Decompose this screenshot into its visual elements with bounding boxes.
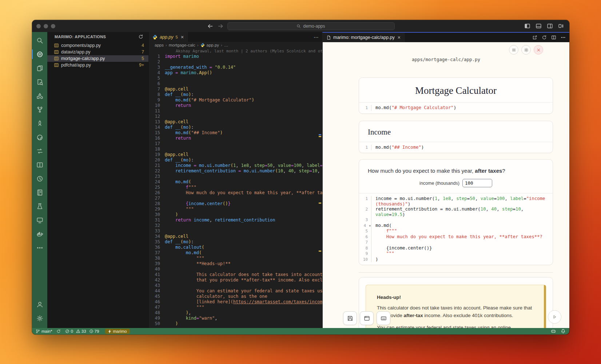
activity-item-doc-search[interactable] xyxy=(32,75,47,89)
code-line[interactable]: 33 xyxy=(149,228,322,234)
activity-item-account[interactable] xyxy=(32,297,47,311)
marimo-extension-status[interactable]: marimo xyxy=(105,329,130,334)
code-line[interactable]: 41 This calculator does not take taxes i… xyxy=(149,272,322,277)
activity-item-settings-gear[interactable] xyxy=(32,311,47,325)
bell-icon[interactable] xyxy=(561,329,566,334)
code-line[interactable]: 7@app.cell xyxy=(149,87,322,92)
code-line[interactable]: 49 kind="warn", xyxy=(149,316,322,321)
zoom-window-button[interactable] xyxy=(51,24,55,28)
code-line[interactable]: 22 retirement_contribution = mo.ui.numbe… xyxy=(149,168,322,174)
tab-app-py[interactable]: app.py 5 × xyxy=(149,32,188,42)
breadcrumb-item[interactable]: apps xyxy=(155,43,164,47)
activity-item-beaker[interactable] xyxy=(32,199,47,213)
activity-item-github[interactable] xyxy=(32,130,47,144)
activity-item-search[interactable] xyxy=(32,33,47,47)
code-line[interactable]: 37 mo.md( xyxy=(149,250,322,256)
code-line[interactable]: 1import marimo xyxy=(149,54,322,59)
code-line[interactable]: 9 mo.md("# Mortgage Calculator") xyxy=(149,97,322,103)
activity-item-ellipsis[interactable] xyxy=(32,241,47,255)
code-line[interactable]: 5 xyxy=(149,76,322,81)
refresh-icon[interactable] xyxy=(138,34,143,39)
activity-item-history[interactable] xyxy=(32,172,47,185)
code-line[interactable]: 36 mo.callout( xyxy=(149,245,322,250)
code-line[interactable]: 6 xyxy=(149,81,322,87)
code-line[interactable]: 3__generated_with = "0.0.14" xyxy=(149,65,322,70)
browser-window-button[interactable] xyxy=(360,311,374,325)
command-center-search[interactable]: demo-apps xyxy=(227,22,395,30)
code-line[interactable]: 18 xyxy=(149,147,322,152)
code-line[interactable]: 39 **Heads-up!** xyxy=(149,261,322,267)
code-line[interactable]: 40 xyxy=(149,267,322,272)
activity-item-copy-files[interactable] xyxy=(32,61,47,75)
activity-item-shapes[interactable] xyxy=(32,89,47,103)
code-line[interactable]: 17 xyxy=(149,141,322,147)
code-line[interactable]: 28 {income.center()} xyxy=(149,201,322,207)
code-line[interactable]: 24 mo.md( xyxy=(149,179,322,185)
problems-status[interactable]: 0 33 79 xyxy=(65,329,101,333)
code-line[interactable]: 27 xyxy=(149,196,322,201)
income-input[interactable] xyxy=(462,179,492,187)
layout-panel-icon[interactable] xyxy=(536,23,542,29)
code-line[interactable]: 47 """ xyxy=(149,305,322,310)
code-line[interactable]: 44 You can estimate your federal and sta… xyxy=(149,288,322,294)
keyboard-button[interactable] xyxy=(377,311,390,325)
preview-close-button[interactable] xyxy=(534,45,543,55)
copilot-icon[interactable] xyxy=(551,329,556,334)
breadcrumb-item[interactable]: mortgage-calc xyxy=(169,43,195,47)
code-line[interactable]: 21 income = mo.ui.number(1, 1e8, step=50… xyxy=(149,163,322,168)
code-line[interactable]: 45 calculator, such as the one xyxy=(149,294,322,299)
git-branch-status[interactable]: main* xyxy=(36,329,52,333)
code-line[interactable]: 13@app.cell xyxy=(149,119,322,125)
code-line[interactable]: 35def __(mo): xyxy=(149,239,322,245)
breadcrumb[interactable]: apps›mortgage-calc›app.py›… xyxy=(149,42,322,48)
code-line[interactable]: 32 xyxy=(149,223,322,228)
open-external-icon[interactable] xyxy=(532,35,537,40)
activity-item-code-compare[interactable] xyxy=(32,144,47,158)
code-line[interactable]: 48 ), xyxy=(149,310,322,316)
code-line[interactable]: 31 return income, retirement_contributio… xyxy=(149,217,322,223)
preview-menu-button[interactable] xyxy=(509,45,518,55)
activity-item-layout-window[interactable] xyxy=(32,158,47,172)
code-line[interactable]: 19@app.cell xyxy=(149,152,322,157)
code-line[interactable]: 26 How much do you expect to make this y… xyxy=(149,190,322,196)
tab-marimo-preview[interactable]: marimo: mortgage-calc/app.py × xyxy=(323,33,405,42)
activity-item-git-fork[interactable] xyxy=(32,103,47,116)
activity-item-marimo-extension[interactable] xyxy=(32,47,47,61)
code-line[interactable]: 11 xyxy=(149,108,322,114)
code-line[interactable]: 8def __(mo): xyxy=(149,92,322,97)
run-app-button[interactable] xyxy=(548,310,561,324)
code-line[interactable]: 15 mo.md("## Income") xyxy=(149,130,322,136)
activity-item-remote-monitor[interactable] xyxy=(32,213,47,227)
code-line[interactable]: 34@app.cell xyxy=(149,234,322,239)
sidebar-item-pdfchat/app.py[interactable]: pdfchat/app.py9+ xyxy=(47,62,148,68)
sidebar-item-dataviz/app.py[interactable]: dataviz/app.py7 xyxy=(47,49,148,55)
code-line[interactable]: 38 """ xyxy=(149,256,322,261)
refresh-icon[interactable] xyxy=(542,35,547,40)
code-line[interactable]: 46 [linked here](https://smartasset.com/… xyxy=(149,299,322,305)
code-line[interactable]: 16 return xyxy=(149,136,322,141)
code-line[interactable]: 25 f""" xyxy=(149,185,322,190)
code-line[interactable]: 10 return xyxy=(149,103,322,108)
tab-close-icon[interactable]: × xyxy=(181,35,184,40)
tab-close-icon[interactable]: × xyxy=(398,35,401,40)
activity-item-docker[interactable] xyxy=(32,227,47,241)
split-editor-icon[interactable] xyxy=(551,35,556,40)
code-line[interactable]: 43 xyxy=(149,283,322,288)
code-line[interactable]: 12 xyxy=(149,114,322,119)
preview-gear-button[interactable] xyxy=(521,45,531,55)
layout-split-icon[interactable] xyxy=(547,23,553,29)
minimize-window-button[interactable] xyxy=(44,24,48,28)
code-line[interactable]: 29 """ xyxy=(149,207,322,212)
code-editor[interactable]: Akshay Agrawal, last month | 2 authors (… xyxy=(149,48,322,328)
code-line[interactable]: 2 xyxy=(149,59,322,65)
code-line[interactable]: 14def __(mo): xyxy=(149,125,322,130)
code-line[interactable]: 20def __(mo): xyxy=(149,157,322,163)
sidebar-item-components/app.py[interactable]: components/app.py4 xyxy=(47,42,148,49)
fold-chevron-icon[interactable]: ▾ xyxy=(369,223,371,229)
nav-forward-icon[interactable] xyxy=(217,23,224,29)
sidebar-item-mortgage-calc/app.py[interactable]: mortgage-calc/app.py5 xyxy=(47,55,148,62)
ellipsis-icon[interactable] xyxy=(561,35,566,40)
layout-sidebar-icon[interactable] xyxy=(524,23,530,29)
code-line[interactable]: 30 ) xyxy=(149,212,322,217)
code-line[interactable]: 50 ) xyxy=(149,321,322,327)
